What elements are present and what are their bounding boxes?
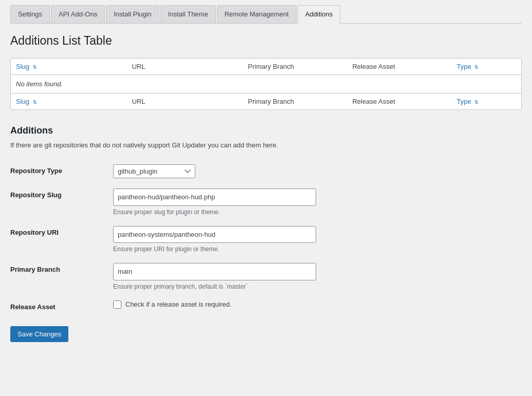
field-primary-branch: Ensure proper primary branch, default is… [113,258,522,295]
tab-api-add-ons[interactable]: API Add-Ons [51,5,105,23]
additions-form-table: Repository Type github_plugingithub_them… [10,159,522,318]
form-row-repository-uri: Repository URI Ensure proper URI for plu… [10,221,522,258]
release-asset-checkbox-label[interactable]: Check if a release asset is required. [125,300,232,308]
tab-additions[interactable]: Additions [298,5,340,24]
field-repository-slug: Ensure proper slug for plugin or theme. [113,183,522,221]
page-title: Additions List Table [10,34,522,48]
form-row-release-asset: Release Asset Check if a release asset i… [10,295,522,318]
repository-uri-hint: Ensure proper URI for plugin or theme. [113,246,522,253]
nav-tabs: Settings API Add-Ons Install Plugin Inst… [10,5,522,24]
col-footer-type[interactable]: Type ⇅ [452,93,521,110]
col-header-url: URL [127,59,243,75]
repository-slug-hint: Ensure proper slug for plugin or theme. [113,209,522,216]
table-row-empty: No items found. [11,75,521,93]
tab-remote-management[interactable]: Remote Management [217,5,297,23]
empty-message: No items found. [11,75,521,93]
label-primary-branch: Primary Branch [10,258,113,295]
repository-slug-input[interactable] [113,188,316,206]
col-header-release-asset: Release Asset [347,59,451,75]
sort-arrows-slug: ⇅ [33,65,37,70]
primary-branch-input[interactable] [113,263,316,280]
col-footer-slug[interactable]: Slug ⇅ [11,93,127,110]
form-row-repository-slug: Repository Slug Ensure proper slug for p… [10,183,522,221]
field-repository-uri: Ensure proper URI for plugin or theme. [113,221,522,258]
tab-install-theme[interactable]: Install Theme [160,5,216,23]
repository-uri-input[interactable] [113,226,316,243]
additions-section-title: Additions [10,125,522,136]
label-repository-slug: Repository Slug [10,183,113,221]
field-repository-type: github_plugingithub_themegitlab_plugingi… [113,159,522,183]
release-asset-checkbox-row: Check if a release asset is required. [113,300,522,309]
form-row-repository-type: Repository Type github_plugingithub_them… [10,159,522,183]
label-repository-uri: Repository URI [10,221,113,258]
label-repository-type: Repository Type [10,159,113,183]
tab-install-plugin[interactable]: Install Plugin [106,5,159,23]
col-footer-primary-branch: Primary Branch [243,93,347,110]
tab-settings[interactable]: Settings [10,5,50,23]
col-header-slug[interactable]: Slug ⇅ [11,59,127,75]
table-header-row: Slug ⇅ URL Primary Branch Release Asset [11,59,521,75]
primary-branch-hint: Ensure proper primary branch, default is… [113,283,522,290]
col-footer-release-asset: Release Asset [347,93,451,110]
additions-list-table: Slug ⇅ URL Primary Branch Release Asset [10,58,522,110]
col-footer-url: URL [127,93,243,110]
release-asset-checkbox[interactable] [113,300,121,309]
save-changes-button[interactable]: Save Changes [10,326,68,342]
field-release-asset: Check if a release asset is required. [113,295,522,318]
col-header-type[interactable]: Type ⇅ [452,59,521,75]
label-release-asset: Release Asset [10,295,113,318]
additions-form-section: Additions If there are git repositories … [10,125,522,342]
table-footer-row: Slug ⇅ URL Primary Branch Release Asset [11,93,521,110]
repository-type-select[interactable]: github_plugingithub_themegitlab_plugingi… [113,164,195,178]
additions-section-description: If there are git repositories that do no… [10,141,522,149]
col-header-primary-branch: Primary Branch [243,59,347,75]
sort-arrows-type: ⇅ [474,65,479,70]
sort-arrows-slug-footer: ⇅ [33,100,37,105]
sort-arrows-type-footer: ⇅ [474,100,479,105]
form-row-primary-branch: Primary Branch Ensure proper primary bra… [10,258,522,295]
